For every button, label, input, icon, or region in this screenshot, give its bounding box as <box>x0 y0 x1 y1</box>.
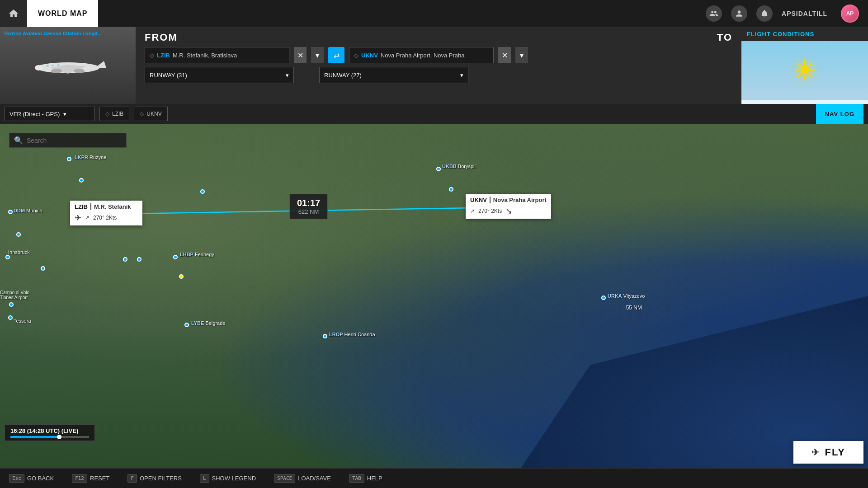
flight-time-popup: 01:17 622 NM <box>289 194 328 219</box>
to-dropdown-button[interactable]: ▾ <box>515 47 528 63</box>
search-icon: 🔍 <box>14 136 23 145</box>
airport-inputs-row: ◇ LZIB M.R. Stefanik, Bratislava ✕ ▾ ⇄ ◇… <box>145 47 732 63</box>
notification-icon[interactable] <box>756 5 773 22</box>
lzib-popup[interactable]: LZIB M.R. Stefanik ✈ ↗ 270° 2Kts <box>70 201 142 225</box>
fly-button[interactable]: ✈ FLY <box>793 441 863 464</box>
route-type-select[interactable]: VFR (Direct - GPS) ▾ <box>5 107 95 121</box>
user-icon <box>735 9 744 18</box>
uknv-popup[interactable]: UKNV Nova Praha Airport ↗ 270° 2Kts ↘ <box>466 194 551 219</box>
to-name: Nova Praha Airport, Nova Praha <box>381 52 465 59</box>
flight-info: FROM TO ◇ LZIB M.R. Stefanik, Bratislava… <box>136 27 741 104</box>
username-label: APSIDALTILL <box>782 10 827 17</box>
social-icon[interactable] <box>706 5 722 22</box>
dot-extra4[interactable] <box>137 257 142 262</box>
from-runway-select[interactable]: RUNWAY (31) ▾ <box>145 67 294 83</box>
to-airport-field[interactable]: ◇ UKNV Nova Praha Airport, Nova Praha <box>349 47 494 63</box>
f12-key: F12 <box>72 474 87 483</box>
dot-extra6[interactable] <box>41 266 45 271</box>
weather-display[interactable]: ☀ <box>741 41 868 100</box>
lybe-label: LYBE Belgrade <box>191 320 225 326</box>
space-key: SPACE <box>274 474 295 483</box>
from-dropdown-button[interactable]: ▾ <box>311 47 324 63</box>
runway-row: RUNWAY (31) ▾ RUNWAY (27) ▾ <box>145 67 732 83</box>
svg-marker-2 <box>95 61 106 68</box>
dot-gold[interactable] <box>179 274 184 279</box>
navlog-button[interactable]: NAV LOG <box>816 104 863 124</box>
top-nav-bar: WORLD MAP APSIDALTILL AP <box>0 0 868 27</box>
distance-label: 55 NM <box>626 305 642 311</box>
bell-icon <box>760 9 769 18</box>
go-back-label: GO BACK <box>27 475 54 482</box>
profile-icon[interactable] <box>731 5 747 22</box>
route-bar: VFR (Direct - GPS) ▾ ◇ LZIB ◇ UKNV NAV L… <box>0 104 868 124</box>
lhbp-label: LHBP Ferihegy <box>180 252 214 257</box>
from-to-row: FROM TO <box>145 32 732 43</box>
fly-plane-icon: ✈ <box>811 447 820 458</box>
dot-extra1[interactable] <box>79 178 84 183</box>
load-save-label: LOAD/SAVE <box>298 475 331 482</box>
lhbp-dot[interactable] <box>173 255 178 259</box>
to-route-badge[interactable]: ◇ UKNV <box>134 107 167 121</box>
reset-button[interactable]: F12 RESET <box>63 469 118 488</box>
dot-extra3[interactable] <box>123 257 127 262</box>
svg-point-3 <box>51 69 62 73</box>
innsbruck-dot[interactable] <box>5 255 10 259</box>
avatar[interactable]: AP <box>841 5 859 23</box>
dot-uknv-route[interactable] <box>449 187 453 192</box>
svg-point-8 <box>57 64 60 66</box>
help-label: HELP <box>367 475 382 482</box>
open-filters-button[interactable]: F OPEN FILTERS <box>118 469 191 488</box>
l-key: L <box>200 474 209 483</box>
from-airport-field[interactable]: ◇ LZIB M.R. Stefanik, Bratislava <box>145 47 289 63</box>
aircraft-silhouette <box>23 47 113 84</box>
tab-key: TAB <box>349 474 364 483</box>
from-route-badge[interactable]: ◇ LZIB <box>99 107 129 121</box>
home-button[interactable] <box>0 0 27 27</box>
ukbb-dot[interactable] <box>436 167 441 171</box>
swap-airports-button[interactable]: ⇄ <box>328 47 344 63</box>
search-input[interactable] <box>27 137 122 144</box>
map-background: 🔍 LZIB M.R. Stefanik ✈ ↗ 270° 2Kts UKNV … <box>0 124 868 468</box>
flight-panel: Textron Aviation Cessna Citation Longit.… <box>0 27 868 104</box>
dot-extra2[interactable] <box>200 189 205 194</box>
load-save-button[interactable]: SPACE LOAD/SAVE <box>265 469 340 488</box>
from-clear-button[interactable]: ✕ <box>294 47 307 63</box>
lzib-code: LZIB <box>75 203 91 210</box>
from-label: FROM <box>145 32 178 43</box>
time-slider-fill <box>10 436 57 438</box>
dot-extra5[interactable] <box>16 232 21 237</box>
help-button[interactable]: TAB HELP <box>340 469 392 488</box>
lkpr-dot[interactable] <box>67 157 71 161</box>
bottom-bar: Esc GO BACK F12 RESET F OPEN FILTERS L S… <box>0 468 868 488</box>
reset-label: RESET <box>90 475 109 482</box>
lrop-dot[interactable] <box>323 334 327 338</box>
lrop-label: LROP Henri Coanda <box>329 332 375 337</box>
uknv-name: Nova Praha Airport <box>493 197 547 203</box>
people-icon <box>709 9 718 18</box>
map-search-box[interactable]: 🔍 <box>9 133 127 148</box>
lybe-dot[interactable] <box>184 323 189 327</box>
ddm-dot[interactable] <box>8 210 13 214</box>
tessera-dot[interactable] <box>8 315 13 320</box>
time-slider[interactable] <box>10 436 89 438</box>
tessera-label: Tessera <box>14 318 31 324</box>
map-area[interactable]: 🔍 LZIB M.R. Stefanik ✈ ↗ 270° 2Kts UKNV … <box>0 124 868 468</box>
ukbb-label: UKBB Boryspil' <box>442 164 476 169</box>
go-back-button[interactable]: Esc GO BACK <box>0 469 63 488</box>
show-legend-button[interactable]: L SHOW LEGEND <box>191 469 265 488</box>
to-runway-select[interactable]: RUNWAY (27) ▾ <box>319 67 468 83</box>
aircraft-preview: Textron Aviation Cessna Citation Longit.… <box>0 27 136 104</box>
world-map-tab[interactable]: WORLD MAP <box>27 0 98 27</box>
urka-dot[interactable] <box>601 296 606 300</box>
from-name: M.R. Stefanik, Bratislava <box>173 52 237 59</box>
flight-conditions-title: FLIGHT CONDITIONS <box>741 27 868 41</box>
nav-icons: APSIDALTILL AP <box>706 5 868 23</box>
time-slider-dot <box>57 435 61 439</box>
campo-dot[interactable] <box>9 302 14 307</box>
show-legend-label: SHOW LEGEND <box>212 475 256 482</box>
to-code: UKNV <box>361 52 378 59</box>
to-clear-button[interactable]: ✕ <box>498 47 511 63</box>
uknv-detail: ↗ 270° 2Kts ↘ <box>470 206 547 216</box>
fly-label: FLY <box>825 446 845 458</box>
flight-conditions-panel: FLIGHT CONDITIONS ☀ <box>741 27 868 104</box>
